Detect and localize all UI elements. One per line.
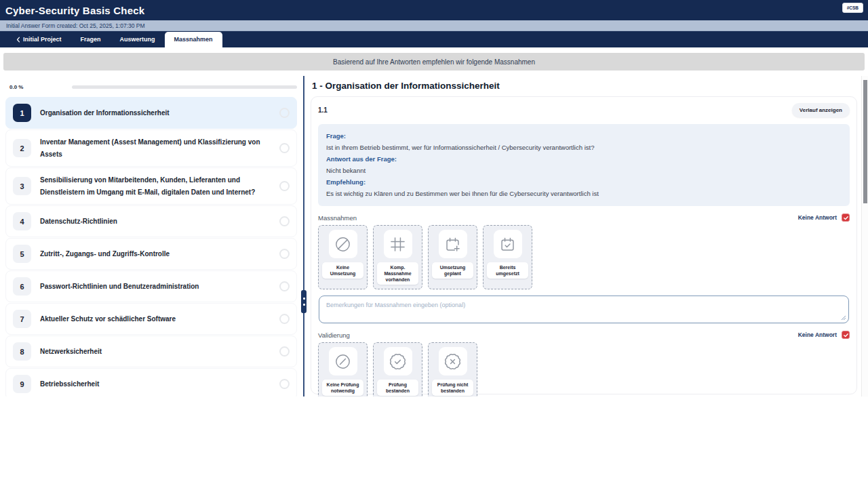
item-label: Datenschutz-Richtlinien xyxy=(40,216,117,228)
sidebar-item-5[interactable]: 5Zutritt-, Zugangs- und Zugriffs-Kontrol… xyxy=(5,238,297,270)
tab-fragen[interactable]: Fragen xyxy=(71,32,111,47)
validierung-keine-antwort-label: Keine Antwort xyxy=(798,331,837,338)
sidebar-item-9[interactable]: 9Betriebssicherheit xyxy=(5,368,297,396)
app-header: Cyber-Security Basis Check #CSB xyxy=(0,0,868,20)
question-number: 1.1 xyxy=(318,106,328,114)
option-label: Keine Umsetzung xyxy=(322,262,363,279)
splitter-handle-icon[interactable] xyxy=(301,290,307,313)
item-number-badge: 8 xyxy=(13,342,31,361)
item-status-radio[interactable] xyxy=(279,249,290,259)
item-status-radio[interactable] xyxy=(279,281,290,291)
item-number-badge: 4 xyxy=(13,212,31,230)
massnahmen-option-umsetzung-geplant[interactable]: Umsetzung geplant xyxy=(428,225,477,289)
massnahmen-keine-antwort-checkbox[interactable] xyxy=(842,214,850,222)
item-label: Inventar Management (Assest Management) … xyxy=(40,136,264,160)
main-scrollbar[interactable] xyxy=(861,76,868,396)
tab-bar: Initial ProjectFragenAuswertungMassnahme… xyxy=(0,31,868,47)
info-bar: Initial Answer Form created: Oct 25, 202… xyxy=(0,20,868,31)
ban-icon xyxy=(329,230,357,258)
item-status-radio[interactable] xyxy=(279,143,290,153)
validierung-option-pr-fung-bestanden[interactable]: Prüfung bestanden xyxy=(373,342,422,396)
item-status-radio[interactable] xyxy=(279,346,290,357)
item-number-badge: 7 xyxy=(13,310,31,328)
sidebar-item-8[interactable]: 8Netzwerksicherheit xyxy=(5,336,297,367)
option-label: Keine Prüfung notwendig xyxy=(322,380,363,396)
frage-text: Ist in Ihrem Betrieb bestimmt, wer für I… xyxy=(326,142,842,153)
item-number-badge: 9 xyxy=(13,375,31,393)
seal-check-icon xyxy=(384,347,412,375)
option-label: Bereits umgesetzt xyxy=(487,262,528,279)
panel-splitter[interactable] xyxy=(301,76,307,396)
circle-slash-icon xyxy=(329,347,357,375)
sidebar-item-6[interactable]: 6Passwort-Richtlinien und Benutzeradmini… xyxy=(5,270,297,302)
tab-label: Fragen xyxy=(81,36,101,43)
grid-icon xyxy=(384,230,412,258)
massnahmen-keine-antwort-label: Keine Antwort xyxy=(798,214,837,221)
progress-row: 0.0 % xyxy=(9,84,297,90)
sidebar-item-3[interactable]: 3Sensibilisierung von Mitarbeitenden, Ku… xyxy=(5,167,297,205)
item-status-radio[interactable] xyxy=(279,181,290,191)
item-number-badge: 1 xyxy=(13,104,31,122)
sidebar-item-7[interactable]: 7Aktueller Schutz vor schädlicher Softwa… xyxy=(5,303,297,335)
item-label: Betriebssicherheit xyxy=(40,378,99,390)
item-label: Passwort-Richtlinien und Benutzeradminis… xyxy=(40,281,199,293)
item-status-radio[interactable] xyxy=(279,108,290,118)
massnahmen-label: Massnahmen xyxy=(318,214,357,222)
question-card: 1.1 Verlauf anzeigen Frage: Ist in Ihrem… xyxy=(311,96,857,394)
option-label: Komp. Massnahme vorhanden xyxy=(377,262,418,285)
massnahmen-option-bereits-umgesetzt[interactable]: Bereits umgesetzt xyxy=(483,225,532,289)
option-label: Prüfung nicht bestanden xyxy=(432,380,473,396)
item-status-radio[interactable] xyxy=(279,379,290,389)
question-info-box: Frage: Ist in Ihrem Betrieb bestimmt, we… xyxy=(318,124,850,206)
item-number-badge: 3 xyxy=(13,177,31,195)
sidebar-item-2[interactable]: 2Inventar Management (Assest Management)… xyxy=(5,129,297,167)
antwort-text: Nicht bekannt xyxy=(326,165,842,176)
sidebar-item-1[interactable]: 1Organisation der Informationssicherheit xyxy=(5,97,297,129)
tab-label: Massnahmen xyxy=(174,36,213,43)
item-label: Netzwerksicherheit xyxy=(40,346,102,358)
chevron-left-icon xyxy=(16,37,20,43)
frage-label: Frage: xyxy=(326,130,842,142)
sidebar-item-4[interactable]: 4Datenschutz-Richtlinien xyxy=(5,205,297,237)
tab-initial-project[interactable]: Initial Project xyxy=(7,32,71,47)
validierung-label: Validierung xyxy=(318,331,350,339)
validierung-option-keine-pr-fung-notwendig[interactable]: Keine Prüfung notwendig xyxy=(318,342,368,396)
calendar-plus-icon xyxy=(439,230,467,258)
empfehlung-text: Es ist wichtig zu Klären und zu Bestimme… xyxy=(326,188,842,199)
item-number-badge: 6 xyxy=(13,277,31,296)
tab-auswertung[interactable]: Auswertung xyxy=(111,32,165,47)
scrollbar-thumb[interactable] xyxy=(863,80,867,203)
seal-x-icon xyxy=(439,347,467,375)
calendar-check-icon xyxy=(494,230,522,258)
antwort-label: Antwort aus der Frage: xyxy=(326,153,842,165)
tab-label: Initial Project xyxy=(23,36,62,43)
item-number-badge: 5 xyxy=(13,245,31,263)
validierung-keine-antwort-checkbox[interactable] xyxy=(842,331,850,339)
tab-massnahmen[interactable]: Massnahmen xyxy=(165,32,222,47)
massnahmen-comment-input[interactable] xyxy=(319,296,849,323)
option-label: Umsetzung geplant xyxy=(432,262,473,279)
massnahmen-option-komp-massnahme-vorhanden[interactable]: Komp. Massnahme vorhanden xyxy=(373,225,422,289)
page-title: Cyber-Security Basis Check xyxy=(5,5,144,16)
project-code-badge: #CSB xyxy=(842,3,863,13)
content-area: 0.0 % 1Organisation der Informationssich… xyxy=(0,76,868,396)
validierung-option-pr-fung-nicht-bestanden[interactable]: Prüfung nicht bestanden xyxy=(428,342,477,396)
progress-bar xyxy=(72,85,297,89)
item-label: Zutritt-, Zugangs- und Zugriffs-Kontroll… xyxy=(40,248,170,260)
resize-grip-icon[interactable] xyxy=(841,315,846,321)
category-sidebar: 0.0 % 1Organisation der Informationssich… xyxy=(0,76,301,396)
history-button[interactable]: Verlauf anzeigen xyxy=(792,103,850,117)
item-label: Sensibilisierung von Mitarbeitenden, Kun… xyxy=(40,174,264,198)
item-status-radio[interactable] xyxy=(279,216,290,226)
massnahmen-option-keine-umsetzung[interactable]: Keine Umsetzung xyxy=(318,225,368,289)
tab-label: Auswertung xyxy=(120,36,155,43)
empfehlung-label: Empfehlung: xyxy=(326,176,842,188)
option-label: Prüfung bestanden xyxy=(377,380,418,396)
item-number-badge: 2 xyxy=(13,139,31,157)
item-status-radio[interactable] xyxy=(279,314,290,324)
main-panel: 1 - Organisation der Informationssicherh… xyxy=(307,76,861,396)
item-label: Aktueller Schutz vor schädlicher Softwar… xyxy=(40,313,176,325)
section-heading: 1 - Organisation der Informationssicherh… xyxy=(312,81,857,91)
item-label: Organisation der Informationssicherheit xyxy=(40,107,170,119)
recommendation-banner: Basierend auf Ihre Antworten empfehlen w… xyxy=(3,53,865,70)
